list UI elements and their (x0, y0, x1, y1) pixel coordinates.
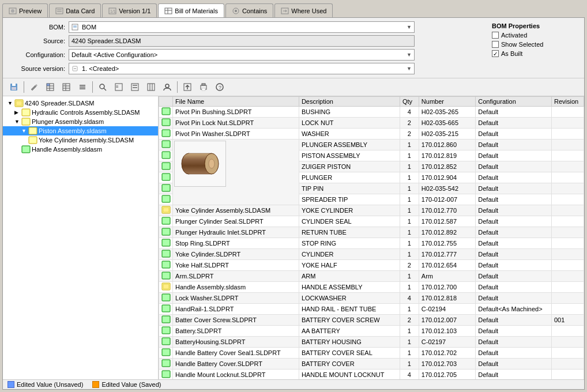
tree-item-plunger[interactable]: ▼ Plunger Assembly.sldasm (3, 117, 158, 126)
col-rev-header[interactable]: Revision (551, 97, 584, 107)
row-filename-cell: Handle Assembly.sldasm (173, 282, 299, 293)
table-row[interactable]: Handle Mount Locknut.SLDPRTHANDLE MOUNT … (159, 370, 584, 380)
table-row[interactable]: Yoke Cylinder.SLDPRTCYLINDER1170.012.777… (159, 249, 584, 260)
row-num-cell: 170.012.819 (419, 150, 475, 161)
svg-text:≡: ≡ (116, 84, 119, 89)
col-desc-header[interactable]: Description (299, 97, 400, 107)
table-row[interactable]: Yoke Half.SLDPRTYOKE HALF2170.012.654Def… (159, 260, 584, 271)
row-filename-cell: Batter Cover Screw.SLDPRT (173, 315, 299, 326)
toolbar-save-btn[interactable] (6, 80, 21, 94)
show-selected-checkbox[interactable] (492, 41, 499, 48)
toolbar-list-btn[interactable] (75, 80, 90, 94)
spreader-asm-icon (14, 99, 24, 107)
tree-panel[interactable]: ▼ 4240 Spreader.SLDASM ▶ Hydraulic Contr… (3, 96, 159, 379)
col-qty-header[interactable]: Qty (400, 97, 419, 107)
row-config-cell: Default (476, 271, 552, 282)
row-num-cell: 170.012.892 (419, 227, 475, 238)
row-qty-cell: 2 (400, 315, 419, 326)
svg-rect-76 (162, 217, 170, 224)
help-icon: ? (215, 82, 224, 92)
row-filename-cell: Arm.SLDPRT (173, 271, 299, 282)
tree-expand-piston[interactable]: ▼ (21, 128, 28, 134)
tab-datacard[interactable]: Data Card (49, 3, 101, 17)
toolbar-export-btn[interactable] (180, 80, 195, 94)
toolbar-flat-btn[interactable] (127, 80, 142, 94)
yoke-asm-icon (28, 136, 37, 144)
row-revision-cell (551, 348, 584, 359)
tree-expand-spreader[interactable]: ▼ (7, 100, 14, 106)
table-row[interactable]: Handle Battery Cover.SLDPRTBATTERY COVER… (159, 359, 584, 370)
toolbar: ≡ ? (3, 78, 584, 96)
toolbar-search-btn[interactable] (95, 80, 110, 94)
tab-preview[interactable]: Preview (2, 3, 48, 17)
svg-rect-20 (12, 84, 16, 86)
part-row-icon (161, 184, 171, 192)
tree-item-piston[interactable]: ▼ Piston Assembly.sldasm (3, 126, 158, 135)
toolbar-tree-btn[interactable] (59, 80, 74, 94)
table-row[interactable]: Plunger Hydraulic Inlet.SLDPRTRETURN TUB… (159, 227, 584, 238)
version-dropdown[interactable]: 1. <Created> (69, 63, 415, 74)
table-row[interactable]: BatteryHousing.SLDPRTBATTERY HOUSING1C-0… (159, 337, 584, 348)
table-row[interactable]: Battery.SLDPRTAA BATTERY1170.012.103Defa… (159, 326, 584, 337)
tab-bom[interactable]: Bill of Materials (158, 3, 224, 17)
table-row[interactable]: Plunger Cylinder Seal.SLDPRTCYLINDER SEA… (159, 216, 584, 227)
export-icon (183, 82, 192, 92)
tree-item-yoke[interactable]: Yoke Cylinder Assembly.SLDASM (3, 135, 158, 145)
row-icon-cell (159, 370, 173, 380)
table-row[interactable]: Yoke Cylinder Assembly.SLDASMYOKE CYLIND… (159, 205, 584, 216)
table-row[interactable]: Stop Ring.SLDPRTSTOP RING1170.012.755Def… (159, 238, 584, 249)
row-qty-cell: 1 (400, 205, 419, 216)
tree-item-spreader[interactable]: ▼ 4240 Spreader.SLDASM (3, 99, 158, 108)
table-row[interactable]: Batter Cover Screw.SLDPRTBATTERY COVER S… (159, 315, 584, 326)
toolbar-help-btn[interactable]: ? (212, 80, 227, 94)
tree-item-handle[interactable]: Handle Assembly.sldasm (3, 145, 158, 154)
activated-checkbox[interactable] (492, 32, 499, 39)
asm-row-icon (161, 206, 171, 214)
toolbar-user-btn[interactable] (160, 80, 175, 94)
table-row[interactable]: Pivot Pin Lock Nut.SLDPRTLOCK NUT2H02-03… (159, 118, 584, 129)
svg-rect-60 (162, 119, 170, 126)
col-num-header[interactable]: Number (419, 97, 475, 107)
table-row[interactable]: Handle Assembly.sldasmHANDLE ASSEMBLY117… (159, 282, 584, 293)
table-row[interactable]: Arm.SLDPRTARM1ArmDefault (159, 271, 584, 282)
version-icon: 1/1 (108, 7, 116, 14)
table-row[interactable]: Pivot Pin Washer.SLDPRTWASHER2H02-035-21… (159, 129, 584, 140)
row-desc-cell: ARM (299, 271, 400, 282)
toolbar-cols-btn[interactable] (144, 80, 159, 94)
col-cfg-header[interactable]: Configuration (476, 97, 552, 107)
tree-item-hydraulic[interactable]: ▶ Hydraulic Controls Assembly.SLDASM (3, 108, 158, 117)
table-row[interactable]: Lock Washer.SLDPRTLOCKWASHER4170.012.818… (159, 293, 584, 304)
svg-rect-62 (162, 141, 170, 148)
tree-expand-hydraulic[interactable]: ▶ (14, 110, 21, 115)
bom-dropdown[interactable]: BOM (69, 21, 415, 33)
version-label: Source version: (7, 65, 65, 72)
config-dropdown[interactable]: Default <Active Configuration> (69, 49, 415, 61)
tab-whereused[interactable]: Where Used (274, 3, 333, 17)
table-row[interactable]: HandRail-1.SLDPRTHAND RAIL - BENT TUBE1C… (159, 304, 584, 315)
tree-view-icon (62, 82, 71, 92)
toolbar-indented-btn[interactable]: ≡ (111, 80, 126, 94)
toolbar-print-btn[interactable] (196, 80, 211, 94)
table-row[interactable]: Pivot Pin Bushing.SLDPRTBUSHING4H02-035-… (159, 107, 584, 118)
part-row-icon (161, 107, 171, 115)
toolbar-edit-btn[interactable] (27, 80, 42, 94)
toolbar-table-btn[interactable] (43, 80, 58, 94)
row-config-cell: Default (476, 238, 552, 249)
row-icon-cell (159, 150, 173, 161)
tab-version[interactable]: 1/1 Version 1/1 (102, 3, 157, 17)
table-row[interactable]: Handle Battery Cover Seal1.SLDPRTBATTERY… (159, 348, 584, 359)
as-built-row: As Built (492, 50, 575, 57)
table-row[interactable]: PLUNGER ASSEMBLY1170.012.860Default (159, 140, 584, 150)
row-config-cell: Default (476, 249, 552, 260)
version-tree-icon (72, 65, 80, 72)
row-qty-cell: 1 (400, 337, 419, 348)
as-built-checkbox[interactable] (492, 50, 499, 57)
tree-label-yoke: Yoke Cylinder Assembly.SLDASM (39, 137, 134, 144)
bom-table-container[interactable]: File Name Description Qty Number Configu… (159, 96, 584, 379)
tab-contains[interactable]: Contains (225, 3, 273, 17)
row-num-cell: 170.012.755 (419, 238, 475, 249)
col-filename-header[interactable]: File Name (173, 97, 299, 107)
row-icon-cell (159, 183, 173, 194)
row-desc-cell: HANDLE ASSEMBLY (299, 282, 400, 293)
tree-expand-plunger[interactable]: ▼ (14, 119, 21, 125)
